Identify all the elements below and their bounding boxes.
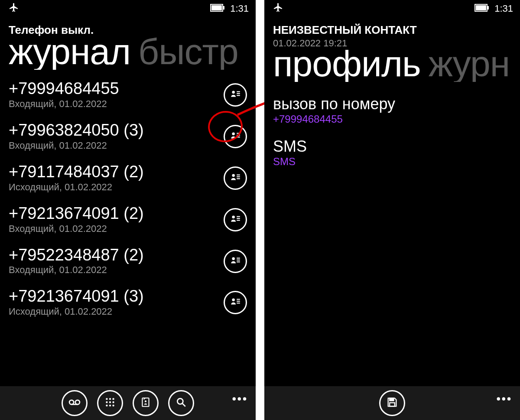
svg-point-15 (232, 215, 235, 218)
svg-point-11 (232, 174, 235, 177)
ellipsis-icon: ••• (232, 392, 248, 405)
svg-rect-26 (237, 303, 240, 304)
svg-rect-24 (237, 299, 240, 300)
sms-action[interactable]: SMS SMS (273, 138, 511, 168)
pivot-tabs: профильжурн (264, 46, 520, 82)
tab-journal[interactable]: журнал (9, 33, 130, 70)
svg-point-23 (232, 299, 235, 302)
battery-icon (210, 3, 225, 14)
call-action[interactable]: вызов по номеру +79994684455 (273, 96, 511, 125)
voicemail-icon (68, 396, 81, 410)
contact-card-button[interactable] (224, 250, 247, 273)
right-phone-screen: 1:31 НЕИЗВЕСТНЫЙ КОНТАКТ 01.02.2022 19:2… (264, 0, 520, 420)
svg-rect-44 (476, 5, 486, 10)
svg-point-34 (109, 401, 111, 403)
contact-card-button[interactable] (224, 166, 247, 190)
contact-card-icon (230, 255, 241, 268)
call-entry[interactable]: +79994684455 Входящий, 01.02.2022 (9, 80, 247, 110)
svg-rect-4 (237, 91, 240, 92)
svg-point-31 (109, 398, 111, 400)
svg-rect-16 (237, 216, 240, 217)
app-bar: ••• (264, 386, 520, 420)
svg-rect-17 (237, 218, 240, 218)
svg-rect-9 (237, 135, 240, 136)
tab-speed-dial[interactable]: быстр (138, 33, 238, 70)
svg-rect-14 (237, 178, 240, 179)
airplane-mode-icon (9, 2, 19, 15)
call-entry[interactable]: +79213674091 (2) Входящий, 01.02.2022 (9, 205, 247, 234)
search-button[interactable] (168, 390, 194, 416)
status-bar: 1:31 (0, 0, 256, 17)
svg-rect-21 (237, 259, 240, 260)
call-detail: Исходящий, 01.02.2022 (9, 182, 144, 193)
svg-rect-46 (390, 398, 393, 401)
svg-rect-20 (237, 257, 240, 258)
call-number: +79963824050 (3) (9, 122, 144, 139)
dialpad-icon (104, 397, 116, 410)
svg-rect-47 (390, 403, 395, 406)
svg-point-40 (145, 400, 146, 402)
contacts-button[interactable] (133, 390, 159, 416)
call-entry[interactable]: +79522348487 (2) Входящий, 01.02.2022 (9, 247, 247, 276)
call-detail: Входящий, 01.02.2022 (9, 223, 144, 234)
svg-point-3 (232, 91, 235, 94)
status-bar: 1:31 (264, 0, 520, 17)
svg-rect-1 (211, 5, 222, 10)
svg-point-28 (75, 400, 80, 404)
dialpad-button[interactable] (97, 390, 123, 416)
more-button[interactable]: ••• (497, 392, 512, 406)
call-entry[interactable]: +79963824050 (3) Входящий, 01.02.2022 (9, 122, 247, 151)
svg-point-27 (69, 400, 74, 404)
call-action-value: +79994684455 (273, 113, 511, 125)
profile-list: вызов по номеру +79994684455 SMS SMS (264, 82, 520, 181)
call-history-list: +79994684455 Входящий, 01.02.2022 +79963… (0, 70, 256, 386)
svg-point-41 (177, 398, 183, 404)
sms-action-label: SMS (273, 138, 511, 155)
contact-card-icon (230, 130, 241, 143)
screenshot-divider (256, 0, 264, 420)
svg-point-19 (232, 257, 235, 260)
pivot-tabs: журналбыстр (0, 33, 256, 70)
status-time: 1:31 (230, 3, 249, 14)
svg-point-33 (106, 401, 107, 403)
more-button[interactable]: ••• (232, 392, 248, 406)
contact-card-button[interactable] (224, 83, 247, 107)
svg-rect-6 (237, 95, 240, 96)
voicemail-button[interactable] (62, 390, 88, 416)
save-button[interactable] (379, 390, 405, 416)
contact-card-button[interactable] (224, 125, 247, 148)
tab-profile[interactable]: профиль (273, 46, 421, 82)
call-entry[interactable]: +79117484037 (2) Исходящий, 01.02.2022 (9, 163, 247, 193)
contact-card-button[interactable] (224, 208, 247, 231)
call-detail: Входящий, 01.02.2022 (9, 98, 119, 110)
svg-rect-10 (237, 137, 240, 137)
svg-line-42 (182, 404, 185, 407)
svg-rect-22 (237, 261, 240, 262)
app-bar: ••• (0, 386, 256, 420)
call-number: +79522348487 (2) (9, 247, 144, 264)
contact-card-icon (230, 296, 241, 309)
svg-point-37 (109, 404, 111, 406)
contact-card-icon (230, 88, 241, 101)
svg-rect-12 (237, 174, 240, 175)
search-icon (176, 397, 187, 410)
svg-point-30 (106, 398, 107, 400)
svg-rect-25 (237, 301, 240, 302)
contact-title: НЕИЗВЕСТНЫЙ КОНТАКТ (264, 17, 520, 37)
call-entry[interactable]: +79213674091 (3) Исходящий, 01.02.2022 (9, 288, 247, 317)
battery-icon (474, 3, 489, 14)
svg-point-36 (106, 404, 107, 406)
contact-card-button[interactable] (224, 291, 247, 314)
svg-rect-2 (223, 6, 224, 10)
svg-point-7 (232, 132, 235, 135)
svg-rect-45 (488, 6, 489, 10)
svg-rect-13 (237, 176, 240, 177)
svg-rect-8 (237, 133, 240, 133)
svg-point-38 (112, 404, 114, 406)
svg-rect-18 (237, 220, 240, 221)
status-time: 1:31 (494, 3, 513, 14)
contact-card-icon (230, 213, 241, 226)
call-number: +79994684455 (9, 80, 119, 98)
call-number: +79117484037 (2) (9, 163, 144, 181)
tab-journal[interactable]: журн (429, 46, 510, 82)
